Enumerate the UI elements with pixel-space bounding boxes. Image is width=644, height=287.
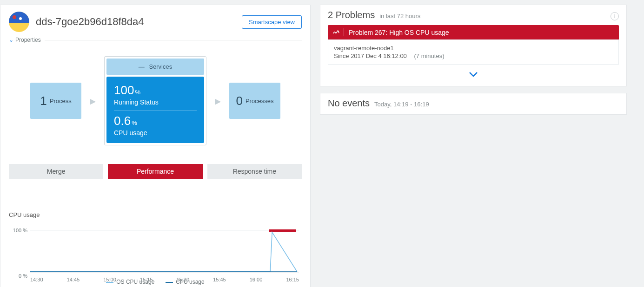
outgoing-label: Processes — [246, 98, 274, 104]
problem-header-text: Problem 267: High OS CPU usage — [349, 29, 449, 36]
cpu-usage-chart[interactable]: 100 % 0 % 14:30 14:45 15:00 15:15 15:30 … — [30, 228, 299, 274]
y-tick-bottom: 0 % — [19, 273, 27, 279]
arrow-right-icon: ▸ — [215, 94, 221, 108]
x-tick: 14:45 — [67, 277, 80, 282]
metric2-unit: % — [132, 119, 137, 126]
info-icon[interactable]: i — [611, 12, 619, 20]
main-metric-tile[interactable]: 100% Running Status 0.6% CPU usage — [106, 77, 204, 143]
problem-host: vagrant-remote-node1 — [334, 45, 613, 52]
metric2-label: CPU usage — [114, 129, 197, 137]
chart-title: CPU usage — [9, 211, 302, 218]
metric1-label: Running Status — [114, 98, 197, 106]
tab-response-time[interactable]: Response time — [207, 164, 302, 179]
entity-avatar-icon — [9, 12, 29, 32]
tab-merge[interactable]: Merge — [9, 164, 103, 179]
services-label: Services — [149, 63, 172, 70]
minus-icon: — — [139, 63, 146, 70]
x-tick: 16:00 — [250, 277, 263, 282]
events-title: No events — [328, 98, 370, 109]
svg-rect-2 — [269, 229, 296, 232]
chart-svg — [30, 228, 299, 274]
outgoing-count: 0 — [236, 94, 242, 108]
x-tick: 15:00 — [103, 277, 116, 282]
events-panel: No events Today, 14:19 - 16:19 — [320, 93, 627, 115]
smartscape-view-button[interactable]: Smartscape view — [242, 15, 302, 29]
alert-icon — [332, 28, 344, 36]
problems-panel: 2 Problems in last 72 hours i Problem 26… — [320, 5, 627, 86]
x-tick: 14:30 — [30, 277, 43, 282]
problems-subtitle: in last 72 hours — [379, 13, 420, 20]
incoming-label: Process — [50, 98, 72, 104]
expand-problems-button[interactable] — [328, 68, 619, 80]
page-title: dds-7goe2b96d18f8da4 — [36, 16, 144, 28]
chevron-down-icon: ⌄ — [9, 37, 13, 43]
y-tick-top: 100 % — [13, 228, 27, 233]
tab-performance[interactable]: Performance — [108, 164, 202, 179]
x-tick: 15:30 — [177, 277, 190, 282]
problem-duration: (7 minutes) — [414, 52, 444, 59]
outgoing-process-tile[interactable]: 0 Processes — [229, 83, 280, 119]
metric2-value: 0.6 — [114, 114, 131, 128]
problem-since: Since 2017 Dec 4 16:12:00 — [334, 52, 407, 59]
incoming-process-tile[interactable]: 1 Process — [30, 83, 81, 119]
entity-panel: dds-7goe2b96d18f8da4 Smartscape view ⌄ P… — [0, 5, 311, 287]
x-axis: 14:30 14:45 15:00 15:15 15:30 15:45 16:0… — [30, 277, 299, 282]
metric-tabs: Merge Performance Response time — [9, 164, 302, 179]
problems-title: 2 Problems — [328, 10, 375, 20]
metric1-unit: % — [135, 89, 140, 96]
divider — [45, 40, 302, 40]
topology-row: 1 Process ▸ — Services 100% Running Stat… — [9, 56, 302, 145]
divider — [114, 111, 197, 111]
focus-group: — Services 100% Running Status 0.6% CPU … — [104, 56, 206, 145]
x-tick: 15:15 — [140, 277, 153, 282]
services-tile[interactable]: — Services — [106, 59, 204, 75]
arrow-right-icon: ▸ — [90, 94, 96, 108]
properties-toggle[interactable]: ⌄ Properties — [9, 37, 302, 43]
problem-body[interactable]: vagrant-remote-node1 Since 2017 Dec 4 16… — [328, 39, 619, 65]
properties-label: Properties — [15, 37, 41, 43]
events-subtitle: Today, 14:19 - 16:19 — [374, 101, 429, 108]
incoming-count: 1 — [40, 94, 46, 108]
problem-header-bar[interactable]: Problem 267: High OS CPU usage — [328, 25, 619, 39]
x-tick: 16:15 — [286, 277, 299, 282]
x-tick: 15:45 — [213, 277, 226, 282]
metric1-value: 100 — [114, 83, 134, 97]
